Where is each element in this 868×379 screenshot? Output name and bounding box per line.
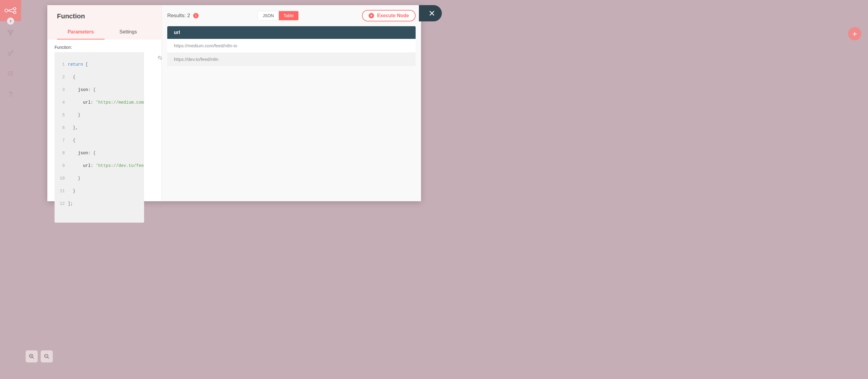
svg-point-2 (13, 11, 16, 13)
add-node-button[interactable]: + (848, 27, 861, 40)
results-header: Results: 2 i JSON Table Execute Node (162, 5, 421, 26)
zoom-in-icon (29, 353, 35, 359)
sidebar-item-workflows[interactable] (0, 24, 21, 41)
zoom-out-button[interactable] (41, 350, 53, 362)
info-icon[interactable]: i (193, 13, 198, 19)
key-icon (7, 50, 14, 56)
help-icon (7, 91, 14, 97)
code-editor[interactable]: 1return [ 2 { 3 json: { 4 url: 'https://… (55, 52, 144, 223)
tab-settings[interactable]: Settings (104, 26, 152, 39)
execute-label: Execute Node (377, 13, 409, 19)
chevron-right-icon (9, 20, 12, 23)
close-icon (428, 10, 435, 17)
svg-line-3 (8, 9, 13, 10)
svg-rect-6 (11, 30, 13, 32)
svg-point-14 (8, 72, 9, 72)
parameters-body: Function: 1return [ 2 { 3 json: { 4 url:… (47, 39, 161, 228)
sidebar-expand-button[interactable] (7, 18, 14, 25)
tab-parameters[interactable]: Parameters (57, 26, 104, 39)
zoom-out-icon (44, 353, 50, 359)
app-logo[interactable] (0, 0, 21, 21)
svg-rect-5 (8, 30, 10, 32)
svg-point-16 (8, 75, 9, 75)
table-header-url: url (167, 26, 415, 39)
node-title: Function (57, 12, 152, 20)
modal-header: Function Parameters Settings (47, 5, 161, 39)
execute-node-button[interactable]: Execute Node (362, 10, 415, 21)
svg-point-10 (8, 53, 11, 55)
view-toggle: JSON Table (257, 11, 299, 21)
table-row[interactable]: https://dev.to/feed/n8n (167, 53, 415, 66)
table-row[interactable]: https://medium.com/feed/n8n-io (167, 39, 415, 53)
n8n-logo-icon (4, 7, 17, 14)
list-icon (7, 70, 14, 77)
svg-point-15 (8, 73, 9, 74)
svg-point-1 (13, 7, 16, 10)
plus-icon: + (852, 29, 857, 38)
sidebar-item-help[interactable] (0, 85, 21, 103)
svg-line-19 (33, 357, 34, 359)
modal-left-pane: Function Parameters Settings Function: 1… (47, 5, 162, 201)
svg-point-17 (10, 96, 10, 96)
results-count: Results: 2 (167, 13, 190, 19)
play-icon (369, 13, 374, 19)
svg-line-4 (8, 10, 13, 12)
svg-line-23 (48, 357, 49, 359)
zoom-controls (26, 350, 53, 362)
zoom-in-button[interactable] (26, 350, 38, 362)
toggle-table[interactable]: Table (279, 11, 299, 20)
function-label: Function: (55, 45, 154, 50)
node-editor-modal: Function Parameters Settings Function: 1… (47, 5, 421, 201)
tabs: Parameters Settings (57, 26, 152, 39)
svg-point-0 (5, 9, 8, 12)
close-modal-button[interactable] (419, 5, 442, 21)
toggle-json[interactable]: JSON (258, 11, 278, 20)
sidebar-item-credentials[interactable] (0, 44, 21, 62)
workflow-icon (7, 29, 14, 36)
sidebar (0, 0, 21, 379)
svg-rect-7 (10, 33, 11, 35)
results-table: url https://medium.com/feed/n8n-io https… (167, 26, 415, 66)
modal-right-pane: Results: 2 i JSON Table Execute Node url… (162, 5, 421, 201)
sidebar-item-executions[interactable] (0, 64, 21, 83)
